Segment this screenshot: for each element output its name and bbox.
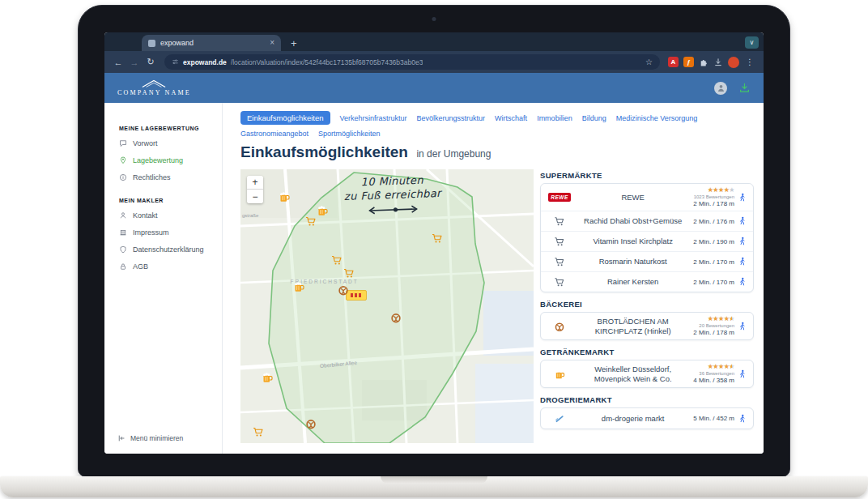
tab-bildung[interactable]: Bildung xyxy=(582,114,606,122)
minimize-menu-button[interactable]: Menü minimieren xyxy=(117,434,183,442)
close-tab-icon[interactable]: × xyxy=(270,39,274,47)
map-marker-cart[interactable] xyxy=(331,254,343,266)
sidebar-item-rechtliches[interactable]: Rechtliches xyxy=(119,173,217,181)
map-marker-pretzel[interactable] xyxy=(304,418,317,430)
app-header: COMPANY NAME xyxy=(104,73,764,103)
tab-wirtschaft[interactable]: Wirtschaft xyxy=(495,114,527,122)
site-settings-icon xyxy=(172,58,179,66)
map-marker-pretzel[interactable] xyxy=(337,284,349,296)
meta-column: 2 Min. / 170 m xyxy=(693,258,734,266)
place-meta: 2 Min. / 170 m xyxy=(693,257,747,267)
extensions-puzzle-icon[interactable] xyxy=(699,58,708,67)
downloads-icon[interactable] xyxy=(713,58,723,67)
place-name: dm-drogerie markt xyxy=(572,414,693,424)
browser-profile-avatar[interactable] xyxy=(728,57,739,68)
browser-tab[interactable]: expowand × xyxy=(142,35,281,51)
reload-button[interactable]: ↻ xyxy=(145,57,156,67)
adobe-extension-icon[interactable]: A xyxy=(668,57,679,67)
street-label-partial: gstraße xyxy=(242,213,258,218)
distance-label: 2 Min. / 170 m xyxy=(693,279,734,286)
tab-einkaufsm-glichkeiten[interactable]: Einkaufsmöglichkeiten xyxy=(240,111,330,125)
result-row-rosmarin-naturkost[interactable]: Rosmarin Naturkost2 Min. / 170 m xyxy=(541,251,753,271)
map-marker-beer[interactable] xyxy=(293,281,305,293)
tab-immobilien[interactable]: Immobilien xyxy=(537,114,572,122)
sidebar-item-label: Kontakt xyxy=(133,211,158,220)
user-avatar[interactable] xyxy=(714,82,727,95)
result-row-rainer-kersten[interactable]: Rainer Kersten2 Min. / 170 m xyxy=(541,271,753,292)
tab-bev-lkerungsstruktur[interactable]: Bevölkerungsstruktur xyxy=(417,114,486,122)
cart-icon xyxy=(331,254,343,266)
map-marker-cart[interactable] xyxy=(343,267,355,279)
beer-icon xyxy=(261,371,273,383)
url-bar[interactable]: expowand.de/locationValuation/index/542f… xyxy=(164,54,660,70)
meta-column: ★★★★★★★★★★36 Bewertungen4 Min. / 358 m xyxy=(693,364,734,384)
map-marker-cart[interactable] xyxy=(304,215,317,228)
results-heading-b-ckerei: BÄCKEREI xyxy=(540,300,754,309)
map-marker-beer[interactable] xyxy=(279,190,291,203)
result-row-rewe[interactable]: REWEREWE★★★★★★★★★★1023 Bewertungen2 Min.… xyxy=(541,184,753,211)
cart-icon xyxy=(554,256,565,267)
place-name: Rachid Dhabi Obst+Gemüse xyxy=(572,216,693,226)
map-canvas[interactable]: + − 10 Minuten zu Fuß erreichbar xyxy=(240,169,534,443)
sidebar-item-lagebewertung[interactable]: Lagebewertung xyxy=(119,156,217,164)
sidebar-section-title: MEINE LAGEBEWERTUNG xyxy=(119,126,217,131)
tab-verkehrsinfrastruktur[interactable]: Verkehrsinfrastruktur xyxy=(340,114,407,122)
place-meta: 2 Min. / 176 m xyxy=(693,216,747,226)
cart-icon xyxy=(554,215,565,227)
page-title: Einkaufsmöglichkeiten xyxy=(240,143,408,160)
sidebar-item-agb[interactable]: AGB xyxy=(119,262,217,271)
sidebar-item-label: AGB xyxy=(133,262,148,271)
highlighted-poi[interactable] xyxy=(346,290,367,301)
place-name: REWE xyxy=(572,193,693,203)
cart-icon xyxy=(431,232,443,244)
zoom-out-button[interactable]: − xyxy=(247,190,263,203)
avatar-person-icon xyxy=(717,83,725,92)
browser-menu-icon[interactable]: ⋮ xyxy=(744,58,755,66)
tab-sportm-glichkeiten[interactable]: Sportmöglichkeiten xyxy=(318,130,381,138)
map-marker-beer[interactable] xyxy=(261,371,273,383)
new-tab-button[interactable]: + xyxy=(291,38,297,51)
place-meta: ★★★★★★★★★★1023 Bewertungen2 Min. / 178 m xyxy=(693,187,747,207)
sidebar-item-datenschutzerkl-rung[interactable]: Datenschutzerklärung xyxy=(119,245,217,254)
sidebar-item-kontakt[interactable]: Kontakt xyxy=(119,211,217,220)
walking-distance-icon xyxy=(738,322,747,331)
place-name: Rosmarin Naturkost xyxy=(572,257,693,267)
shield-icon xyxy=(119,245,127,254)
results-heading-superm-rkte: SUPERMÄRKTE xyxy=(540,171,754,180)
download-report-icon[interactable] xyxy=(738,82,751,94)
zoom-in-button[interactable]: + xyxy=(247,176,263,190)
walking-distance-icon xyxy=(738,257,747,267)
forward-button[interactable]: → xyxy=(129,58,140,67)
meta-column: 2 Min. / 190 m xyxy=(693,238,734,245)
url-domain: expowand.de xyxy=(183,58,227,66)
company-logo[interactable]: COMPANY NAME xyxy=(117,79,191,96)
map-marker-cart[interactable] xyxy=(431,232,443,244)
bookmark-star-icon[interactable]: ☆ xyxy=(645,58,653,66)
result-row-brotl-dchen-am-kirchplatz-hinkel[interactable]: BROTLÄDCHEN AM KIRCHPLATZ (Hinkel)★★★★★★… xyxy=(541,313,753,339)
result-row-weinkeller-d-sseldorf-m-venpick-wein-co[interactable]: Weinkeller Düsseldorf, Mövenpick Wein & … xyxy=(541,360,753,387)
sidebar-item-vorwort[interactable]: Vorwort xyxy=(119,139,217,147)
map-marker-cart[interactable] xyxy=(252,426,264,438)
sidebar-item-label: Lagebewertung xyxy=(133,156,183,164)
distance-label: 2 Min. / 170 m xyxy=(693,258,734,266)
place-icon-wrap: REWE xyxy=(547,193,572,202)
tab-medizinische-versorgung[interactable]: Medizinische Versorgung xyxy=(616,114,698,122)
distance-label: 2 Min. / 178 m xyxy=(693,329,734,336)
place-meta: 2 Min. / 170 m xyxy=(693,277,747,287)
place-meta: 5 Min. / 452 m xyxy=(693,414,747,424)
map-marker-pretzel[interactable] xyxy=(389,311,402,323)
laptop-base-notch xyxy=(381,476,487,484)
result-row-rachid-dhabi-obst-gem-se[interactable]: Rachid Dhabi Obst+Gemüse2 Min. / 176 m xyxy=(541,211,753,231)
results-card: Weinkeller Düsseldorf, Mövenpick Wein & … xyxy=(540,360,754,388)
result-row-dm-drogerie-markt[interactable]: dm-drogerie markt5 Min. / 452 m xyxy=(541,408,753,429)
browser-window: expowand × + ∨ ← → ↻ expowand.de/locatio… xyxy=(104,32,764,454)
tab-search-chevron-icon[interactable]: ∨ xyxy=(745,36,759,49)
place-meta: ★★★★★★★★★★36 Bewertungen4 Min. / 358 m xyxy=(693,364,747,384)
map-marker-beer[interactable] xyxy=(317,204,329,216)
tab-gastronomieangebot[interactable]: Gastronomieangebot xyxy=(240,130,308,138)
result-row-vitamin-insel-kirchplatz[interactable]: Vitamin Insel Kirchplatz2 Min. / 190 m xyxy=(541,231,753,251)
back-button[interactable]: ← xyxy=(113,58,124,67)
laptop-base xyxy=(0,476,868,497)
sidebar-item-impressum[interactable]: Impressum xyxy=(119,228,217,237)
orange-extension-icon[interactable]: ƒ xyxy=(683,57,694,67)
